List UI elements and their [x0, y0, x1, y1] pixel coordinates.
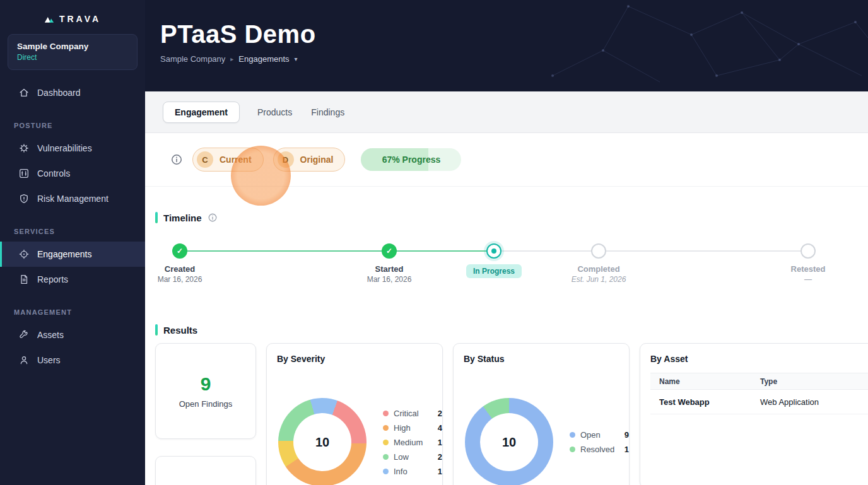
- shield-icon: [18, 193, 30, 204]
- step-label: Retested: [791, 264, 826, 274]
- critical-dot-icon: [383, 411, 389, 416]
- sidebar-item-controls[interactable]: Controls: [0, 161, 145, 186]
- document-icon: [18, 274, 30, 285]
- chevron-down-icon[interactable]: ▾: [295, 56, 298, 62]
- sidebar: TRAVA Sample Company Direct Dashboard PO…: [0, 0, 145, 485]
- trava-logo-icon: [44, 15, 54, 23]
- asset-table-header: Name Type: [650, 373, 868, 390]
- legend-item-critical: Critical 2: [383, 409, 442, 418]
- step-label: Created: [165, 264, 195, 274]
- in-progress-chip: In Progress: [466, 264, 522, 278]
- breadcrumb-company[interactable]: Sample Company: [160, 54, 225, 64]
- step-date: —: [804, 275, 812, 284]
- nav-label: Dashboard: [37, 88, 81, 98]
- wrench-icon: [18, 329, 30, 341]
- trava-logo-text: TRAVA: [59, 14, 101, 24]
- resolved-dot-icon: [570, 447, 575, 452]
- sidebar-item-users[interactable]: Users: [0, 348, 145, 373]
- sidebar-item-dashboard[interactable]: Dashboard: [0, 80, 145, 105]
- timeline-step-started: ✓ Started Mar 16, 2026: [342, 243, 437, 284]
- step-label: Completed: [577, 264, 619, 274]
- original-version-badge[interactable]: D Original: [273, 148, 346, 172]
- timeline-step-completed: Completed Est. Jun 1, 2026: [551, 243, 646, 284]
- timeline: ✓ Created Mar 16, 2026 ✓ Started Mar 16,…: [155, 243, 858, 312]
- nav-label: Vulnerabilities: [37, 143, 92, 153]
- progress-indicator: 67% Progress: [361, 148, 461, 171]
- nav-label: Risk Management: [37, 194, 108, 204]
- severity-card-title: By Severity: [277, 354, 432, 364]
- asset-type: Web Application: [751, 397, 819, 407]
- main-area: PTaaS Demo Sample Company ▸ Engagements …: [145, 0, 868, 485]
- content: Timeline ✓ Created Mar 16, 2026 ✓ Starte…: [145, 212, 868, 485]
- breadcrumb-separator-icon: ▸: [230, 56, 233, 62]
- open-findings-label: Open Findings: [179, 399, 233, 409]
- nav-section-posture: POSTURE: [14, 122, 145, 129]
- nav-label: Engagements: [37, 249, 91, 259]
- medium-dot-icon: [383, 440, 389, 445]
- by-severity-card: By Severity 10 Critical 2: [266, 343, 443, 485]
- company-selector[interactable]: Sample Company Direct: [8, 34, 138, 70]
- current-version-badge[interactable]: C Current: [192, 148, 264, 172]
- column-name: Name: [650, 377, 751, 386]
- status-total: 10: [502, 435, 516, 450]
- tab-products[interactable]: Products: [256, 102, 293, 122]
- nav-label: Assets: [37, 330, 64, 340]
- sidebar-item-engagements[interactable]: Engagements: [0, 242, 145, 267]
- sidebar-nav: Dashboard POSTURE Vulnerabilities Contro…: [0, 80, 145, 373]
- legend-item-high: High 4: [383, 423, 442, 433]
- breadcrumb: Sample Company ▸ Engagements ▾: [160, 54, 868, 64]
- open-findings-card: 9 Open Findings: [155, 343, 256, 439]
- sliders-icon: [18, 168, 30, 179]
- legend-item-open: Open 9: [570, 430, 629, 440]
- user-icon: [18, 354, 30, 366]
- sidebar-item-assets[interactable]: Assets: [0, 322, 145, 348]
- pending-step-icon: [801, 243, 816, 259]
- info-dot-icon: [383, 469, 389, 474]
- donut-center: 10: [480, 413, 538, 471]
- sidebar-item-reports[interactable]: Reports: [0, 267, 145, 292]
- results-cards: 9 Open Findings By Severity 10: [155, 343, 858, 485]
- accent-bar: [155, 324, 158, 336]
- sidebar-item-vulnerabilities[interactable]: Vulnerabilities: [0, 136, 145, 161]
- by-asset-card: By Asset Name Type Test Webapp Web Appli…: [640, 343, 868, 485]
- tab-findings[interactable]: Findings: [310, 102, 346, 122]
- status-legend: Open 9 Resolved 1: [570, 430, 629, 454]
- company-name: Sample Company: [17, 42, 128, 51]
- asset-table-row[interactable]: Test Webapp Web Application: [650, 390, 868, 414]
- status-donut-chart: 10: [465, 398, 553, 485]
- donut-center: 10: [293, 413, 351, 471]
- original-label: Original: [300, 155, 334, 165]
- breadcrumb-engagements[interactable]: Engagements: [238, 54, 289, 64]
- accent-bar: [155, 212, 158, 223]
- timeline-title: Timeline: [163, 213, 202, 223]
- results-heading: Results: [155, 324, 868, 336]
- crosshair-icon: [18, 248, 30, 260]
- status-chart-row: 10 Open 9 Resolved 1: [464, 398, 619, 485]
- app-root: TRAVA Sample Company Direct Dashboard PO…: [0, 0, 868, 485]
- pending-step-icon: [591, 243, 606, 259]
- timeline-heading: Timeline: [155, 212, 868, 223]
- legend-item-info: Info 1: [383, 467, 442, 476]
- summary-card-partial: [155, 456, 256, 485]
- timeline-info-icon[interactable]: [208, 213, 218, 223]
- nav-label: Controls: [37, 168, 70, 178]
- home-icon: [18, 87, 30, 98]
- high-dot-icon: [383, 425, 389, 431]
- virus-icon: [18, 143, 30, 154]
- timeline-step-retested: Retested —: [761, 243, 855, 284]
- page-title: PTaaS Demo: [160, 20, 868, 49]
- nav-section-management: MANAGEMENT: [14, 308, 145, 316]
- severity-total: 10: [315, 435, 329, 450]
- tab-engagement[interactable]: Engagement: [163, 102, 240, 123]
- info-icon[interactable]: [170, 153, 183, 166]
- check-circle-icon: ✓: [382, 243, 397, 259]
- asset-name: Test Webapp: [650, 397, 751, 407]
- step-date: Mar 16, 2026: [367, 275, 412, 284]
- progress-label: 67% Progress: [382, 155, 441, 165]
- timeline-step-in-progress: In Progress: [447, 243, 541, 278]
- trava-logo[interactable]: TRAVA: [0, 0, 145, 24]
- asset-card-title: By Asset: [640, 354, 868, 373]
- sidebar-item-risk-management[interactable]: Risk Management: [0, 186, 145, 211]
- step-date: Est. Jun 1, 2026: [572, 275, 626, 284]
- current-avatar: C: [197, 151, 213, 168]
